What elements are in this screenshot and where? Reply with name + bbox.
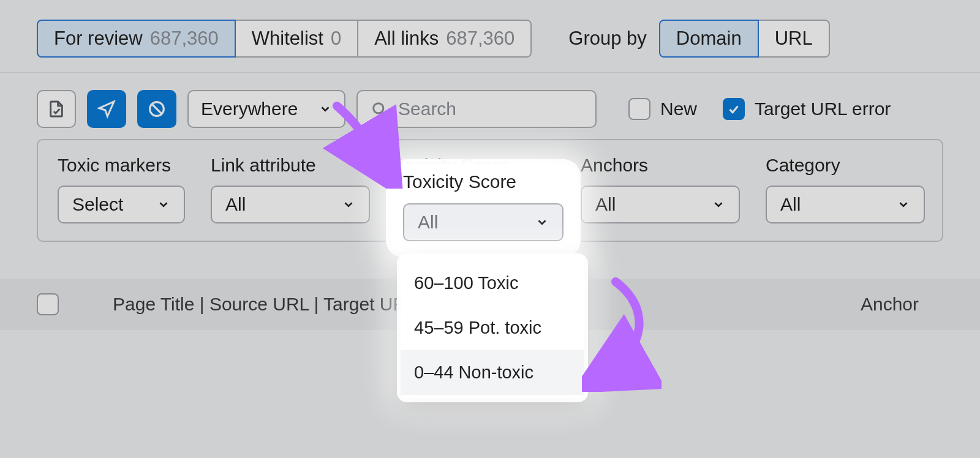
tabs-row: For review 687,360 Whitelist 0 All links… [0,0,980,73]
toggle-domain[interactable]: Domain [659,20,759,58]
disavow-button[interactable] [137,90,176,128]
svg-line-1 [152,104,162,114]
file-check-icon [47,99,66,119]
tab-count: 687,360 [150,28,219,50]
chevron-down-icon [897,198,910,211]
select-value: All [780,194,801,215]
toxicity-score-dropdown: 60–100 Toxic 45–59 Pot. toxic 0–44 Non-t… [401,257,584,399]
option-label: 60–100 Toxic [414,273,518,293]
checkbox-unchecked-icon [628,98,650,120]
chevron-down-icon [712,198,725,211]
new-label: New [660,99,697,119]
filter-label: Toxic markers [58,155,185,176]
filter-label: Link attribute [211,155,370,176]
toggle-label: Domain [676,28,742,50]
link-attribute-select[interactable]: All [211,186,370,223]
col-anchor: Anchor [861,294,919,315]
tab-count: 687,360 [446,28,514,50]
svg-line-3 [382,112,385,115]
dropdown-option-non-toxic[interactable]: 0–44 Non-toxic [401,350,584,395]
option-label: 45–59 Pot. toxic [414,318,541,337]
new-checkbox-wrap[interactable]: New [628,98,697,120]
scope-select-value: Everywhere [201,99,298,119]
paper-plane-icon [97,99,116,119]
send-button[interactable] [87,90,126,128]
group-by-toggle: Domain URL [659,20,830,58]
svg-point-2 [374,103,383,113]
tab-count: 0 [331,28,341,50]
filter-toxicity-score: Toxicity Score All [396,155,555,223]
group-by-label: Group by [568,28,647,50]
toxicity-score-select[interactable]: All [396,186,555,223]
toolbar-row: Everywhere Search New Target URL error [0,73,980,139]
dropdown-option-pot-toxic[interactable]: 45–59 Pot. toxic [401,306,584,350]
chevron-down-icon [157,198,170,211]
tab-whitelist[interactable]: Whitelist 0 [236,20,358,58]
filter-bar: Toxic markers Select Link attribute All … [37,139,943,242]
select-value: All [225,194,246,215]
export-button[interactable] [37,90,76,128]
filter-label: Anchors [581,155,740,176]
target-url-error-label: Target URL error [755,99,891,119]
select-value: All [595,194,616,215]
target-url-error-checkbox-wrap[interactable]: Target URL error [723,98,891,120]
toxic-markers-select[interactable]: Select [58,186,185,223]
anchors-select[interactable]: All [581,186,740,223]
category-select[interactable]: All [766,186,925,223]
search-placeholder: Search [398,99,456,119]
scope-select[interactable]: Everywhere [187,90,345,128]
chevron-down-icon [527,198,540,211]
filter-category: Category All [766,155,925,223]
checkbox-checked-icon [723,98,745,120]
tab-for-review[interactable]: For review 687,360 [37,20,236,58]
select-value: All [410,194,431,215]
tab-label: Whitelist [252,28,323,50]
tab-label: For review [54,28,143,50]
option-label: 0–44 Non-toxic [414,362,533,382]
tabs-group: For review 687,360 Whitelist 0 All links… [37,20,532,58]
chevron-down-icon [342,198,355,211]
tab-label: All links [374,28,439,50]
search-input[interactable]: Search [356,90,597,128]
filter-anchors: Anchors All [581,155,740,223]
toggle-url[interactable]: URL [759,20,830,58]
toggle-label: URL [775,28,813,50]
select-value: Select [72,194,123,215]
dropdown-option-toxic[interactable]: 60–100 Toxic [401,261,584,306]
filter-link-attribute: Link attribute All [211,155,370,223]
select-all-checkbox[interactable] [37,293,59,315]
filter-label: Category [766,155,925,176]
chevron-down-icon [318,102,332,116]
tab-all-links[interactable]: All links 687,360 [358,20,532,58]
search-icon [370,100,388,118]
filter-label: Toxicity Score [396,155,555,176]
filter-toxic-markers: Toxic markers Select [58,155,185,223]
ban-icon [147,99,167,119]
col-main: Page Title | Source URL | Target URL [113,294,417,315]
